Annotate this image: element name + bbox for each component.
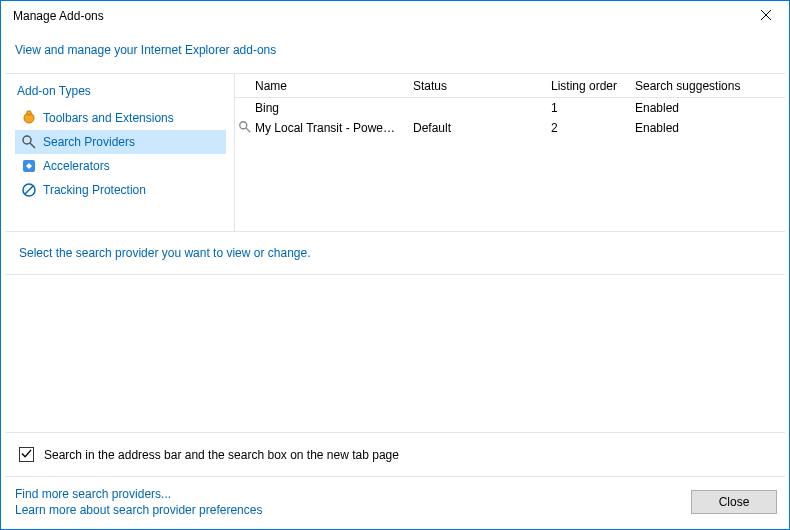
window-title: Manage Add-ons [13,9,104,23]
svg-line-8 [246,127,250,131]
search-addressbar-checkbox[interactable] [19,447,34,462]
provider-icon-cell [235,120,255,137]
sidebar-item-accelerators[interactable]: Accelerators [15,154,226,178]
main-area: Add-on Types Toolbars and Extensions Sea… [5,73,785,232]
svg-point-2 [23,136,31,144]
details-panel [5,275,785,433]
close-icon [761,9,771,23]
block-icon [21,182,37,198]
manage-addons-window: Manage Add-ons View and manage your Inte… [0,0,790,530]
footer-links: Find more search providers... Learn more… [15,487,262,517]
learn-more-link[interactable]: Learn more about search provider prefere… [15,503,262,517]
cell-order: 1 [543,101,627,115]
close-button[interactable]: Close [691,490,777,514]
titlebar: Manage Add-ons [1,1,789,31]
checkbox-row: Search in the address bar and the search… [5,433,785,477]
svg-point-7 [240,121,247,128]
sidebar-item-label: Search Providers [43,135,135,149]
column-header-order[interactable]: Listing order [543,79,627,93]
accelerator-icon [21,158,37,174]
svg-line-3 [30,143,35,148]
sidebar-item-tracking-protection[interactable]: Tracking Protection [15,178,226,202]
sidebar-item-label: Toolbars and Extensions [43,111,174,125]
cell-suggestions: Enabled [627,121,785,135]
sidebar-item-label: Accelerators [43,159,110,173]
puzzle-icon [21,110,37,126]
instruction-text: Select the search provider you want to v… [5,232,785,275]
header-link-row: View and manage your Internet Explorer a… [1,31,789,73]
cell-order: 2 [543,121,627,135]
manage-addons-link[interactable]: View and manage your Internet Explorer a… [15,43,276,57]
search-icon [21,134,37,150]
checkbox-label: Search in the address bar and the search… [44,448,399,462]
svg-rect-1 [27,111,31,115]
cell-suggestions: Enabled [627,101,785,115]
cell-status: Default [405,121,543,135]
footer: Find more search providers... Learn more… [1,477,789,529]
content-panel: Name Status Listing order Search suggest… [235,74,785,231]
sidebar-item-toolbars[interactable]: Toolbars and Extensions [15,106,226,130]
table-row[interactable]: Bing 1 Enabled [235,98,785,118]
svg-line-6 [25,186,33,194]
cell-name: My Local Transit - Powered by Y... [255,121,405,135]
column-header-name[interactable]: Name [235,79,405,93]
column-header-status[interactable]: Status [405,79,543,93]
search-icon [238,120,252,137]
window-close-button[interactable] [743,1,789,31]
column-header-suggestions[interactable]: Search suggestions [627,79,785,93]
checkmark-icon [21,448,32,462]
cell-name: Bing [255,101,405,115]
table-row[interactable]: My Local Transit - Powered by Y... Defau… [235,118,785,138]
sidebar-header: Add-on Types [15,84,226,98]
sidebar: Add-on Types Toolbars and Extensions Sea… [5,74,235,231]
sidebar-item-search-providers[interactable]: Search Providers [15,130,226,154]
sidebar-item-label: Tracking Protection [43,183,146,197]
close-button-label: Close [719,495,750,509]
table-header: Name Status Listing order Search suggest… [235,74,785,98]
find-more-providers-link[interactable]: Find more search providers... [15,487,262,501]
